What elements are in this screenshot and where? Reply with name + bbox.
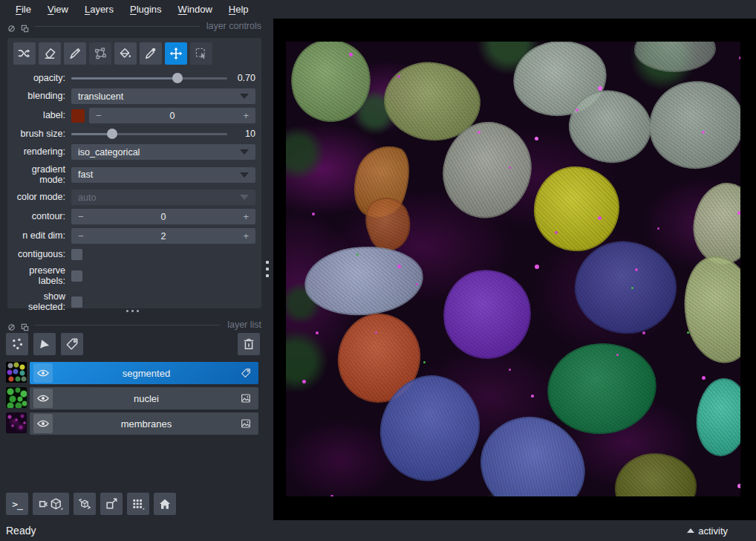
contiguous-label: contiguous: — [13, 249, 65, 259]
contour-decrement-button[interactable]: − — [78, 211, 88, 222]
pan-zoom-button[interactable] — [165, 42, 187, 65]
preserve-labels-checkbox[interactable] — [71, 270, 82, 282]
label-decrement-button[interactable]: − — [96, 110, 106, 121]
blending-dropdown[interactable]: translucent — [71, 88, 255, 104]
new-shapes-layer-button[interactable] — [33, 333, 56, 355]
layer-list-buttons — [6, 333, 260, 355]
home-button[interactable] — [154, 493, 176, 515]
delete-layer-button[interactable] — [238, 333, 260, 355]
color-picker-button[interactable] — [140, 42, 162, 65]
layer-item-segmented[interactable]: segmented — [30, 362, 258, 384]
segmented-cell — [440, 266, 535, 363]
polygon-button[interactable] — [89, 42, 111, 65]
nuclei-glow — [286, 330, 328, 392]
float-panel-icon[interactable] — [21, 321, 29, 329]
roll-dimensions-button[interactable] — [74, 493, 96, 515]
contour-row: contour: − 0 + — [13, 209, 255, 224]
grid-view-button[interactable] — [127, 493, 149, 515]
viewer-canvas[interactable] — [273, 19, 756, 520]
fluorescence-dot — [509, 166, 511, 169]
contiguous-row: contiguous: — [13, 247, 255, 261]
canvas-splitter-handle[interactable] — [266, 261, 269, 277]
ndisplay-toggle-button[interactable] — [33, 493, 69, 515]
layer-item-nuclei[interactable]: nuclei — [30, 387, 258, 409]
label-color-swatch[interactable] — [71, 109, 85, 123]
label-increment-button[interactable]: + — [238, 110, 249, 121]
shuffle-colors-button[interactable] — [13, 42, 36, 65]
color-mode-row: color mode: auto — [13, 189, 255, 205]
activity-button[interactable]: activity — [687, 525, 728, 537]
visibility-eye-icon[interactable] — [33, 389, 53, 408]
segmented-cell — [694, 376, 740, 459]
n-edit-dim-decrement-button[interactable]: − — [78, 230, 88, 242]
dock-title-line — [35, 26, 200, 27]
opacity-slider[interactable] — [71, 72, 227, 84]
visibility-eye-icon[interactable] — [33, 363, 53, 383]
fluorescence-dot — [687, 331, 689, 334]
console-button[interactable]: >_ — [6, 493, 28, 515]
layer-controls-title: layer controls — [206, 21, 261, 31]
segmented-cell — [677, 251, 740, 368]
fluorescence-dot — [598, 216, 602, 220]
menu-item-file[interactable]: File — [7, 2, 39, 17]
gradient-mode-dropdown[interactable]: fast — [71, 167, 255, 183]
dock-splitter-handle[interactable] — [126, 310, 139, 312]
n-edit-dim-increment-button[interactable]: + — [238, 230, 249, 242]
segmented-cell — [543, 339, 659, 438]
n-edit-dim-value[interactable]: 2 — [88, 231, 238, 242]
rendering-dropdown[interactable]: iso_categorical — [71, 144, 255, 160]
color-mode-dropdown[interactable]: auto — [71, 189, 255, 205]
fluorescence-dot — [416, 283, 418, 285]
menu-item-help[interactable]: Help — [221, 2, 257, 17]
fluorescence-dot — [702, 376, 706, 380]
fill-bucket-button[interactable] — [114, 42, 137, 65]
menu-item-plugins[interactable]: Plugins — [122, 2, 170, 17]
menu-item-window[interactable]: Window — [170, 2, 221, 17]
new-points-layer-button[interactable] — [6, 333, 28, 355]
nuclei-glow — [286, 126, 325, 180]
fluorescence-dot — [598, 86, 602, 91]
label-value[interactable]: 0 — [106, 111, 238, 121]
show-selected-checkbox[interactable] — [71, 297, 82, 308]
label-label: label: — [13, 110, 65, 120]
brush-size-slider[interactable] — [71, 128, 227, 140]
layer-item-membranes[interactable]: membranes — [30, 412, 258, 435]
transform-button[interactable] — [190, 42, 212, 65]
gradient-mode-label: gradient mode: — [13, 164, 65, 186]
brush-size-row: brush size: 10 — [13, 127, 255, 140]
float-panel-icon[interactable] — [21, 22, 29, 30]
rendering-label: rendering: — [13, 146, 65, 157]
image-layer-icon — [240, 418, 252, 430]
left-dock: layer controls — [0, 19, 273, 520]
contiguous-checkbox[interactable] — [71, 249, 82, 260]
menu-item-view[interactable]: View — [39, 2, 76, 17]
new-labels-layer-button[interactable] — [61, 333, 83, 355]
chevron-down-icon — [240, 94, 249, 99]
contour-label: contour: — [13, 211, 65, 221]
transpose-dimensions-button[interactable] — [100, 493, 123, 515]
labels-toolbar — [13, 42, 255, 65]
hide-panel-icon[interactable] — [7, 22, 16, 30]
preserve-labels-row: preserve labels: — [13, 265, 255, 287]
brush-size-label: brush size: — [13, 129, 65, 139]
segmented-cell — [569, 235, 682, 340]
brush-size-value: 10 — [232, 129, 255, 139]
image-layer-icon — [240, 392, 252, 404]
layer-name: segmented — [53, 368, 240, 379]
console-icon: >_ — [12, 499, 22, 510]
segmented-cell — [688, 179, 740, 269]
chevron-up-icon — [687, 528, 694, 533]
hide-panel-icon[interactable] — [7, 321, 16, 329]
blending-row: blending: translucent — [13, 88, 255, 104]
menu-item-layers[interactable]: Layers — [76, 2, 122, 17]
visibility-eye-icon[interactable] — [33, 414, 53, 433]
n-edit-dim-spinbox: − 2 + — [71, 228, 255, 244]
eraser-button[interactable] — [39, 42, 61, 65]
paint-brush-button[interactable] — [64, 42, 86, 65]
fluorescence-dot — [312, 213, 315, 216]
fluorescence-dot — [739, 56, 740, 59]
contour-value[interactable]: 0 — [88, 212, 238, 222]
fluorescence-dot — [349, 53, 353, 56]
layer-controls-panel: opacity: 0.70 blending: translucent — [7, 38, 261, 308]
contour-increment-button[interactable]: + — [238, 211, 249, 222]
